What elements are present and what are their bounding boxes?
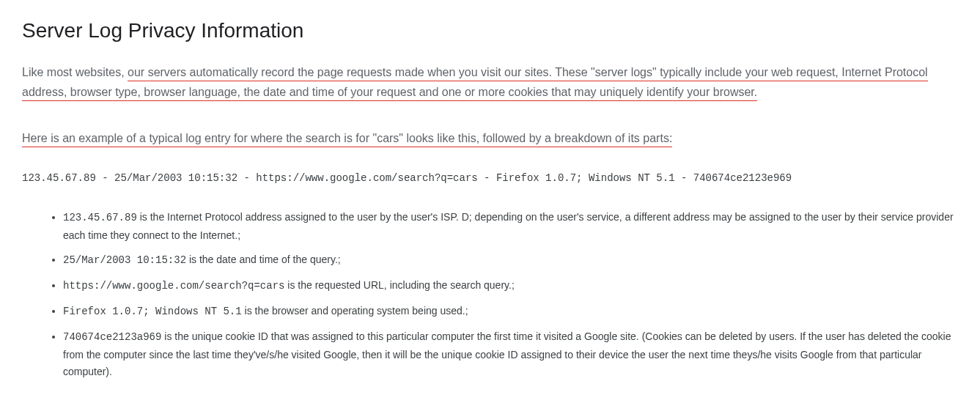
list-item: 25/Mar/2003 10:15:32 is the date and tim…	[63, 251, 958, 270]
list-item-code: 123.45.67.89	[63, 212, 137, 223]
list-item: https://www.google.com/search?q=cars is …	[63, 277, 958, 295]
intro-paragraph: Like most websites, our servers automati…	[22, 62, 958, 102]
list-item-desc: is the browser and operating system bein…	[242, 305, 468, 317]
list-item: 740674ce2123a969 is the unique cookie ID…	[63, 328, 958, 381]
list-item-desc: is the requested URL, including the sear…	[284, 279, 514, 291]
list-item: 123.45.67.89 is the Internet Protocol ad…	[63, 209, 958, 245]
list-item: Firefox 1.0.7; Windows NT 5.1 is the bro…	[63, 303, 958, 321]
example-intro-paragraph: Here is an example of a typical log entr…	[22, 128, 958, 148]
example-intro-text: Here is an example of a typical log entr…	[22, 132, 672, 147]
list-item-desc: is the date and time of the query.;	[186, 254, 341, 265]
breakdown-list: 123.45.67.89 is the Internet Protocol ad…	[22, 209, 958, 381]
list-item-code: 25/Mar/2003 10:15:32	[63, 254, 186, 266]
log-sample: 123.45.67.89 - 25/Mar/2003 10:15:32 - ht…	[22, 170, 958, 186]
list-item-code: Firefox 1.0.7; Windows NT 5.1	[63, 306, 242, 317]
intro-underlined: our servers automatically record the pag…	[22, 66, 928, 101]
page-title: Server Log Privacy Information	[22, 15, 958, 48]
list-item-desc: is the Internet Protocol address assigne…	[63, 211, 954, 241]
list-item-desc: is the unique cookie ID that was assigne…	[63, 330, 951, 378]
intro-prefix: Like most websites,	[22, 66, 128, 78]
list-item-code: 740674ce2123a969	[63, 331, 161, 343]
list-item-code: https://www.google.com/search?q=cars	[63, 280, 284, 292]
